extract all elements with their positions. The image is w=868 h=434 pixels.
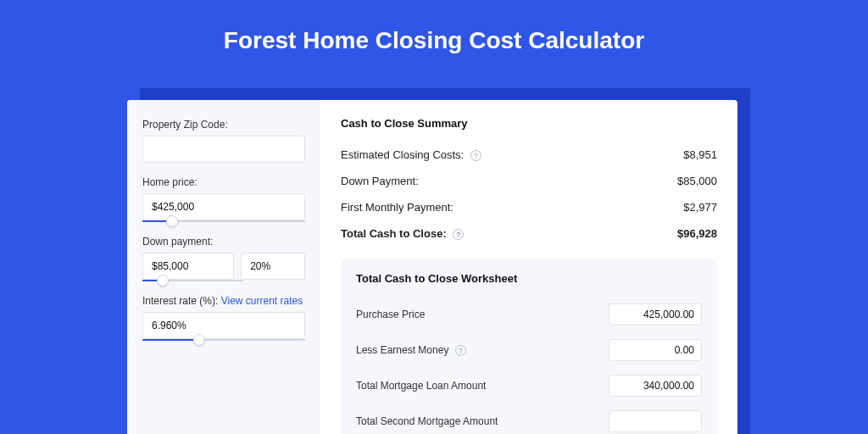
inputs-sidebar: Property Zip Code: Home price: Down paym… xyxy=(127,100,320,434)
page-title: Forest Home Closing Cost Calculator xyxy=(0,0,868,71)
summary-value: $96,928 xyxy=(677,227,717,240)
worksheet-input-purchase-price[interactable] xyxy=(609,303,702,326)
summary-row-total: Total Cash to Close: ? $96,928 xyxy=(341,220,717,247)
help-icon[interactable]: ? xyxy=(455,345,466,356)
interest-rate-input[interactable] xyxy=(142,312,305,339)
interest-rate-field: Interest rate (%): View current rates xyxy=(142,295,305,341)
summary-label: Total Cash to Close: ? xyxy=(341,227,464,240)
slider-fill xyxy=(142,339,199,341)
summary-value: $8,951 xyxy=(683,148,717,161)
summary-label-text: Estimated Closing Costs: xyxy=(341,148,464,161)
interest-rate-label: Interest rate (%): View current rates xyxy=(142,295,305,307)
down-payment-input[interactable] xyxy=(142,253,234,280)
slider-thumb[interactable] xyxy=(193,334,205,346)
worksheet-label: Total Second Mortgage Amount xyxy=(356,415,498,427)
zip-field: Property Zip Code: xyxy=(142,119,305,163)
summary-value: $85,000 xyxy=(677,175,717,187)
worksheet-input-earnest-money[interactable] xyxy=(609,339,702,361)
down-payment-pct-input[interactable] xyxy=(241,253,305,280)
calculator-card: Property Zip Code: Home price: Down paym… xyxy=(127,100,737,434)
summary-label: Estimated Closing Costs: ? xyxy=(341,148,481,161)
worksheet-label: Total Mortgage Loan Amount xyxy=(356,380,486,392)
down-payment-label: Down payment: xyxy=(142,236,305,248)
interest-rate-label-text: Interest rate (%): xyxy=(142,295,218,307)
worksheet-row-second-mortgage: Total Second Mortgage Amount xyxy=(356,403,702,434)
summary-section: Cash to Close Summary Estimated Closing … xyxy=(341,117,717,247)
worksheet-title: Total Cash to Close Worksheet xyxy=(356,272,702,285)
worksheet-label-text: Less Earnest Money xyxy=(356,344,448,356)
zip-label: Property Zip Code: xyxy=(142,119,305,131)
summary-title: Cash to Close Summary xyxy=(341,117,717,130)
summary-label-text: Total Cash to Close: xyxy=(341,227,447,240)
summary-row-closing-costs: Estimated Closing Costs: ? $8,951 xyxy=(341,142,717,168)
interest-rate-slider[interactable] xyxy=(142,339,305,341)
worksheet-input-second-mortgage[interactable] xyxy=(609,410,702,432)
summary-label: First Monthly Payment: xyxy=(341,201,453,214)
worksheet-label: Less Earnest Money ? xyxy=(356,344,466,356)
worksheet-section: Total Cash to Close Worksheet Purchase P… xyxy=(341,259,717,434)
worksheet-row-loan-amount: Total Mortgage Loan Amount xyxy=(356,368,702,403)
worksheet-row-purchase-price: Purchase Price xyxy=(356,297,702,332)
summary-label: Down Payment: xyxy=(341,175,419,187)
help-icon[interactable]: ? xyxy=(470,150,481,161)
summary-value: $2,977 xyxy=(683,201,717,214)
slider-thumb[interactable] xyxy=(166,215,178,227)
home-price-label: Home price: xyxy=(142,176,305,188)
slider-thumb[interactable] xyxy=(157,275,169,287)
worksheet-label: Purchase Price xyxy=(356,309,425,320)
home-price-slider[interactable] xyxy=(142,220,305,222)
down-payment-field: Down payment: xyxy=(142,236,305,281)
results-main: Cash to Close Summary Estimated Closing … xyxy=(320,100,737,434)
summary-row-first-payment: First Monthly Payment: $2,977 xyxy=(341,194,717,220)
view-rates-link[interactable]: View current rates xyxy=(221,295,303,307)
home-price-field: Home price: xyxy=(142,176,305,222)
worksheet-row-earnest-money: Less Earnest Money ? xyxy=(356,332,702,368)
summary-row-down-payment: Down Payment: $85,000 xyxy=(341,168,717,194)
help-icon[interactable]: ? xyxy=(453,229,464,240)
down-payment-slider[interactable] xyxy=(142,280,243,281)
worksheet-input-loan-amount[interactable] xyxy=(609,375,702,397)
zip-input[interactable] xyxy=(142,136,305,163)
